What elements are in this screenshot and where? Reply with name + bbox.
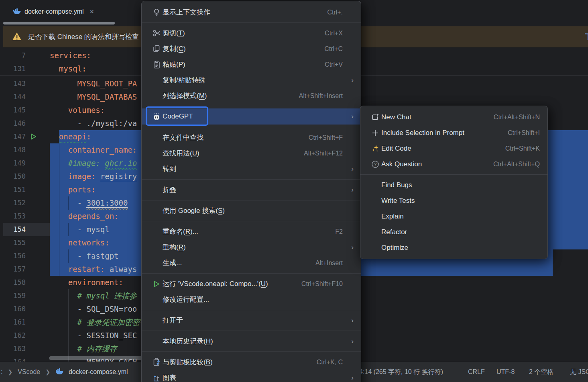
line-number: 154 (3, 223, 26, 236)
menu-item-codegpt[interactable]: CodeGPT› (142, 108, 361, 125)
code-token: container_name: (68, 145, 137, 154)
code-line: networks: (68, 236, 110, 249)
code-line: mysql: (59, 62, 87, 76)
menu-item-column-selection-mode[interactable]: 列选择模式(M)Alt+Shift+Insert (142, 88, 361, 104)
status-widget[interactable]: 无 JSO (570, 362, 588, 382)
menu-item-cut[interactable]: 剪切(T)Ctrl+X (142, 25, 361, 41)
line-number: 161 (3, 316, 26, 329)
menu-separator (142, 351, 361, 352)
line-number: 149 (3, 157, 26, 170)
menu-item-include-selection-in-prompt[interactable]: Include Selection in PromptCtrl+Shift+I (360, 125, 547, 141)
code-token: depends_on: (68, 212, 119, 221)
run-gutter-icon[interactable] (30, 133, 37, 140)
code-line: environment: (68, 276, 123, 289)
line-number: 148 (3, 143, 26, 157)
code-token: MYSQL_ROOT_PA (77, 79, 137, 88)
code-line: restart: always (68, 263, 137, 276)
menu-item-label: 复制/粘贴特殊 (163, 76, 205, 85)
tab-bar-scrollbar[interactable] (3, 22, 115, 25)
code-line: MYSQL_ROOT_PA (77, 77, 137, 90)
line-number: 145 (3, 104, 26, 117)
menu-item-ask-question[interactable]: ?Ask QuestionCtrl+Alt+Shift+Q (360, 156, 547, 172)
submenu-arrow-icon: › (343, 337, 354, 345)
line-number: 146 (3, 117, 26, 130)
copy-icon (152, 45, 161, 53)
menu-item-rename[interactable]: 重命名(R)...F2 (142, 224, 361, 239)
banner-link-fragment[interactable]: 下 (585, 32, 588, 41)
menu-item-write-tests[interactable]: Write Tests (360, 193, 547, 208)
menu-item-label: 折叠 (163, 185, 176, 194)
menu-item-shortcut: Ctrl+Alt+Shift+Q (484, 161, 540, 168)
diagram-icon (152, 374, 161, 382)
lightbulb-icon (152, 8, 161, 17)
menu-item-label: 使用 Google 搜索(S) (163, 206, 225, 215)
code-line: MYSQL_DATABAS (77, 90, 137, 104)
status-widget[interactable]: UTF-8 (496, 362, 515, 382)
line-number: 151 (3, 183, 26, 196)
breadcrumb-item[interactable]: VScode (18, 368, 40, 376)
submenu-arrow-icon: › (343, 317, 354, 325)
menu-item-shortcut: Ctrl+Alt+Shift+N (484, 114, 540, 121)
menu-item-search-with-google[interactable]: 使用 Google 搜索(S) (142, 203, 361, 219)
status-widget[interactable]: 4:14 (265 字符, 10 行 换行符) (359, 362, 443, 382)
menu-separator (142, 200, 361, 200)
close-tab-icon[interactable]: × (90, 8, 94, 16)
menu-item-modify-run-config[interactable]: 修改运行配置... (142, 292, 361, 307)
submenu-arrow-icon: › (343, 165, 354, 173)
menu-item-label: 显示上下文操作 (163, 8, 210, 17)
code-line: services: (50, 49, 91, 62)
menu-item-label: 复制(C) (163, 44, 186, 53)
menu-item-shortcut: Alt+Insert (306, 259, 343, 267)
menu-item-find-usages[interactable]: 查找用法(U)Alt+Shift+F12 (142, 145, 361, 161)
menu-item-refactor[interactable]: Refactor (360, 224, 547, 240)
menu-item-generate[interactable]: 生成...Alt+Insert (142, 255, 361, 271)
menu-item-local-history[interactable]: 本地历史记录(H)› (142, 333, 361, 349)
code-line: - 3001:3000 (77, 196, 128, 210)
menu-item-go-to[interactable]: 转到› (142, 161, 361, 177)
breadcrumb-item[interactable]: docker-compose.yml (69, 368, 128, 376)
line-number: 164 (3, 355, 26, 362)
menu-item-refactor[interactable]: 重构(R)› (142, 239, 361, 255)
clipboard-compare-icon (152, 358, 161, 367)
line-number: 162 (3, 329, 26, 342)
plus-icon (371, 129, 380, 137)
menu-item-explain[interactable]: Explain (360, 208, 547, 224)
breadcrumb-chevron-icon: ❯ (8, 369, 12, 375)
menu-separator (142, 179, 361, 180)
menu-item-diagrams[interactable]: 图表› (142, 370, 361, 382)
menu-item-paste[interactable]: 粘贴(P)Ctrl+V (142, 57, 361, 72)
menu-item-label: 本地历史记录(H) (163, 337, 213, 346)
menu-item-copy-paste-special[interactable]: 复制/粘贴特殊› (142, 72, 361, 88)
menu-item-compare-with-clipboard[interactable]: 与剪贴板比较(B)Ctrl+K, C (142, 354, 361, 370)
menu-item-find-bugs[interactable]: Find Bugs (360, 177, 547, 193)
menu-item-copy[interactable]: 复制(C)Ctrl+C (142, 41, 361, 57)
line-number: 155 (3, 236, 26, 249)
menu-item-show-context-actions[interactable]: 显示上下文操作Ctrl+. (142, 4, 361, 20)
tab-docker-compose[interactable]: docker-compose.yml × (9, 4, 98, 19)
code-token: #image: (68, 159, 105, 168)
status-widget[interactable]: 2 个空格 (529, 362, 553, 382)
menu-item-optimize[interactable]: Optimize (360, 240, 547, 255)
code-token: - (77, 198, 87, 207)
menu-item-new-chat[interactable]: New ChatCtrl+Alt+Shift+N (360, 109, 547, 125)
menu-item-open-in[interactable]: 打开于› (142, 313, 361, 328)
menu-item-shortcut: Ctrl+Shift+K (496, 145, 540, 152)
menu-separator (142, 22, 361, 23)
menu-item-label: Optimize (381, 244, 408, 252)
menu-item-shortcut: Ctrl+X (315, 30, 343, 37)
code-token: image: (68, 172, 100, 181)
scissors-icon (152, 29, 161, 38)
sparkles-icon (371, 144, 380, 153)
menu-item-folding[interactable]: 折叠› (142, 182, 361, 198)
status-widget[interactable]: CRLF (468, 362, 485, 382)
submenu-arrow-icon: › (343, 243, 354, 251)
code-token: mysql: (59, 64, 87, 73)
menu-item-find-in-file[interactable]: 在文件中查找Ctrl+Shift+F (142, 130, 361, 145)
warning-icon (12, 32, 22, 41)
menu-item-label: CodeGPT (163, 112, 193, 121)
line-number: 163 (3, 342, 26, 355)
menu-item-run-compose[interactable]: 运行 'VScode.oneapi: Compo...'(U)Ctrl+Shif… (142, 276, 361, 292)
menu-item-shortcut: Alt+Shift+F12 (294, 150, 343, 157)
menu-item-edit-code[interactable]: Edit CodeCtrl+Shift+K (360, 141, 547, 156)
breadcrumb-item[interactable]: : (1, 368, 2, 376)
